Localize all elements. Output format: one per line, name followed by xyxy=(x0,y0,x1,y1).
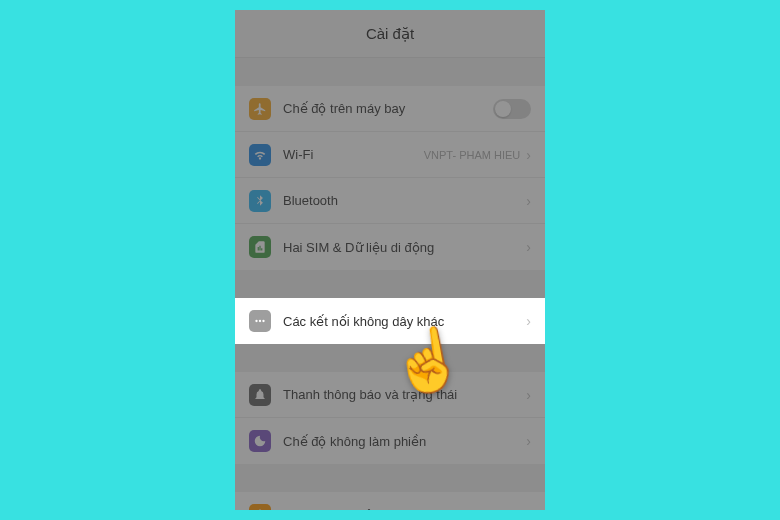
wifi-icon xyxy=(249,144,271,166)
chevron-right-icon: › xyxy=(526,433,531,449)
chevron-right-icon: › xyxy=(526,507,531,511)
display-group: Màn hình và độ sáng › Tạp chí về hình nề… xyxy=(235,492,545,510)
row-status-bar[interactable]: Thanh thông báo và trạng thái › xyxy=(235,372,545,418)
settings-screen: Cài đặt Chế độ trên máy bay Wi-Fi VNPT- … xyxy=(235,10,545,510)
chevron-right-icon: › xyxy=(526,193,531,209)
row-label: Hai SIM & Dữ liệu di động xyxy=(283,240,526,255)
airplane-toggle[interactable] xyxy=(493,99,531,119)
row-wifi[interactable]: Wi-Fi VNPT- PHAM HIEU › xyxy=(235,132,545,178)
sim-icon xyxy=(249,236,271,258)
page-title: Cài đặt xyxy=(366,25,414,43)
brightness-icon xyxy=(249,504,271,511)
wifi-value: VNPT- PHAM HIEU xyxy=(424,149,521,161)
more-icon xyxy=(249,310,271,332)
notification-icon xyxy=(249,384,271,406)
notification-group: Thanh thông báo và trạng thái › Chế độ k… xyxy=(235,372,545,464)
pointer-hand-icon: ☝️ xyxy=(384,319,470,402)
connectivity-group: Chế độ trên máy bay Wi-Fi VNPT- PHAM HIE… xyxy=(235,86,545,270)
row-display-brightness[interactable]: Màn hình và độ sáng › xyxy=(235,492,545,510)
chevron-right-icon: › xyxy=(526,147,531,163)
row-label: Các kết nối không dây khác xyxy=(283,314,526,329)
section-gap xyxy=(235,464,545,492)
row-sim-data[interactable]: Hai SIM & Dữ liệu di động › xyxy=(235,224,545,270)
svg-point-1 xyxy=(259,320,261,322)
airplane-icon xyxy=(249,98,271,120)
row-airplane-mode[interactable]: Chế độ trên máy bay xyxy=(235,86,545,132)
row-label: Chế độ trên máy bay xyxy=(283,101,493,116)
chevron-right-icon: › xyxy=(526,313,531,329)
row-label: Chế độ không làm phiền xyxy=(283,434,526,449)
bluetooth-icon xyxy=(249,190,271,212)
row-bluetooth[interactable]: Bluetooth › xyxy=(235,178,545,224)
row-label: Màn hình và độ sáng xyxy=(283,507,526,510)
svg-point-2 xyxy=(262,320,264,322)
row-label: Wi-Fi xyxy=(283,147,424,162)
chevron-right-icon: › xyxy=(526,387,531,403)
header: Cài đặt xyxy=(235,10,545,58)
row-label: Bluetooth xyxy=(283,193,526,208)
moon-icon xyxy=(249,430,271,452)
section-gap xyxy=(235,270,545,298)
chevron-right-icon: › xyxy=(526,239,531,255)
row-do-not-disturb[interactable]: Chế độ không làm phiền › xyxy=(235,418,545,464)
section-gap xyxy=(235,58,545,86)
svg-point-0 xyxy=(255,320,257,322)
